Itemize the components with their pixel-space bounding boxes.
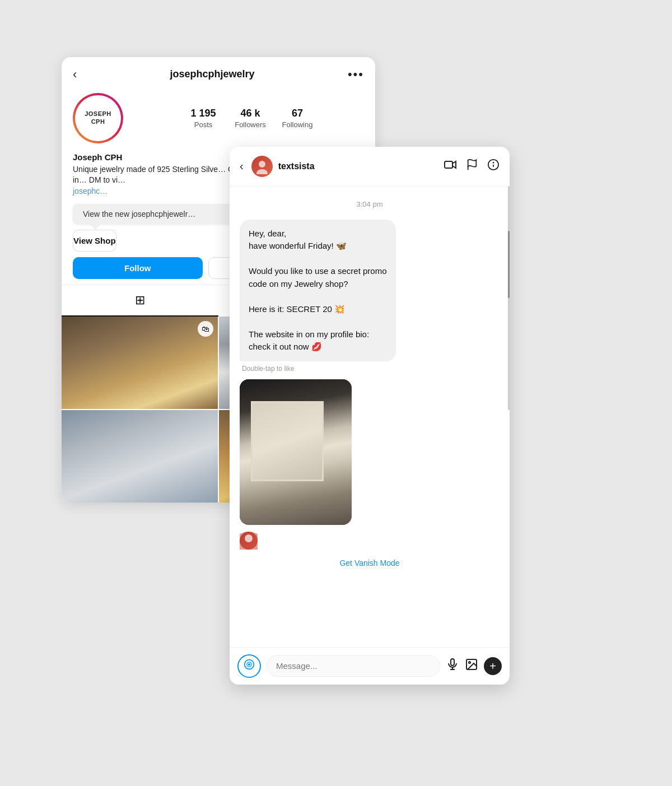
posts-label: Posts — [194, 120, 213, 129]
back-button[interactable]: ‹ — [73, 67, 77, 82]
chat-footer: + — [230, 647, 510, 685]
more-button[interactable]: ••• — [348, 67, 364, 82]
video-call-icon[interactable] — [444, 158, 457, 175]
mirror-frame — [251, 401, 324, 481]
double-tap-hint: Double-tap to like — [242, 365, 294, 373]
info-icon[interactable] — [487, 159, 500, 174]
svg-point-1 — [256, 169, 268, 174]
message-input[interactable] — [267, 655, 440, 677]
vanish-mode-link[interactable]: Get Vanish Mode — [240, 559, 500, 568]
chat-timestamp: 3:04 pm — [240, 200, 500, 208]
sender-avatar-small — [240, 532, 258, 550]
following-count: 67 — [292, 108, 303, 119]
scrollbar-thumb — [508, 231, 510, 298]
profile-stats-row: JOSEPH CPH 1 195 Posts 46 k Followers 67… — [62, 87, 375, 149]
followers-label: Followers — [235, 120, 266, 129]
grid-image-3 — [62, 410, 218, 503]
camera-icon — [244, 659, 255, 673]
tooltip-arrow — [90, 224, 101, 230]
view-shop-button[interactable]: View Shop — [73, 230, 116, 252]
follow-button[interactable]: Follow — [73, 257, 203, 279]
chat-username: textsista — [278, 161, 438, 171]
stat-following[interactable]: 67 Following — [281, 108, 314, 129]
chat-image-row — [240, 379, 500, 525]
svg-point-8 — [245, 534, 253, 542]
shop-badge-1: 🛍 — [198, 321, 213, 337]
grid-icon: ⊞ — [135, 293, 145, 308]
posts-count: 1 195 — [190, 108, 216, 119]
grid-cell-1[interactable]: 🛍 — [62, 317, 218, 409]
svg-rect-2 — [445, 161, 452, 168]
tooltip-text: View the new josephcphjewelr… — [83, 210, 195, 218]
svg-point-11 — [249, 664, 250, 666]
stats-container: 1 195 Posts 46 k Followers 67 Following — [137, 108, 364, 129]
scrollbar[interactable] — [508, 186, 510, 410]
followers-count: 46 k — [240, 108, 260, 119]
chat-body: 3:04 pm Hey, dear, have wonderful Friday… — [230, 187, 510, 647]
mirror-room-image — [240, 379, 352, 525]
microphone-button[interactable] — [446, 658, 459, 675]
tab-grid[interactable]: ⊞ — [62, 285, 218, 317]
svg-point-16 — [469, 662, 470, 663]
add-button[interactable]: + — [484, 657, 502, 675]
flag-icon[interactable] — [466, 159, 478, 174]
chat-image[interactable] — [240, 379, 352, 525]
chat-avatar — [251, 156, 273, 177]
chat-card: ‹ textsista — [230, 147, 510, 685]
bio-link[interactable]: josephc… — [73, 187, 108, 196]
avatar-logo: JOSEPH CPH — [85, 110, 111, 125]
chat-message-bubble[interactable]: Hey, dear, have wonderful Friday! 🦋 Woul… — [240, 220, 396, 361]
avatar-inner: JOSEPH CPH — [75, 95, 121, 141]
profile-header: ‹ josephcphjewelry ••• — [62, 57, 375, 87]
chat-header-icons — [444, 158, 500, 175]
stat-posts[interactable]: 1 195 Posts — [186, 108, 220, 129]
avatar: JOSEPH CPH — [73, 93, 123, 143]
svg-rect-12 — [451, 659, 454, 666]
chat-back-button[interactable]: ‹ — [240, 160, 244, 173]
svg-point-0 — [259, 161, 265, 168]
camera-button[interactable] — [237, 654, 261, 678]
stat-followers[interactable]: 46 k Followers — [234, 108, 267, 129]
profile-username: josephcphjewelry — [77, 68, 348, 80]
chat-message-text: Hey, dear, have wonderful Friday! 🦋 Woul… — [249, 229, 387, 352]
chat-header: ‹ textsista — [230, 147, 510, 187]
grid-cell-3[interactable] — [62, 410, 218, 503]
image-button[interactable] — [465, 658, 478, 675]
plus-icon: + — [489, 661, 496, 672]
grid-image-1 — [62, 317, 218, 409]
following-label: Following — [282, 120, 313, 129]
